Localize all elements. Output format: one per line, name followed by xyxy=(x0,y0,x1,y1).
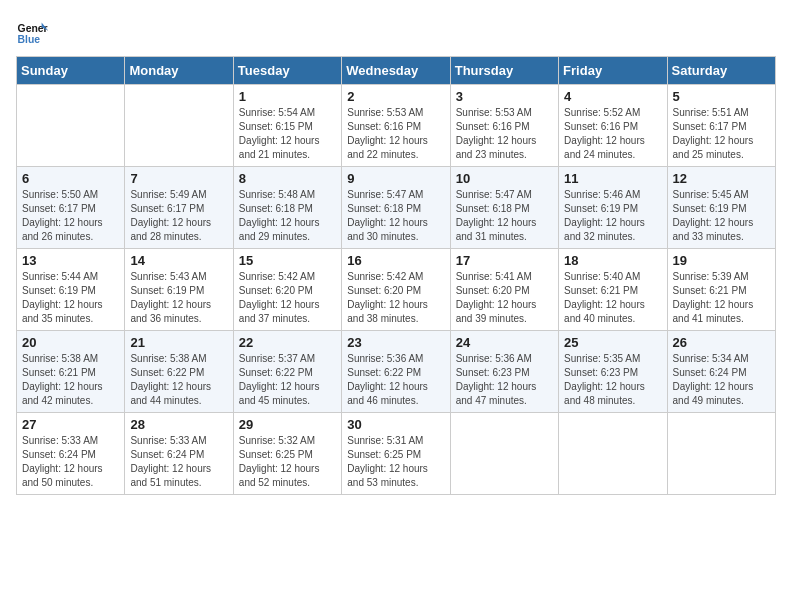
calendar-cell: 4Sunrise: 5:52 AM Sunset: 6:16 PM Daylig… xyxy=(559,85,667,167)
calendar-cell: 8Sunrise: 5:48 AM Sunset: 6:18 PM Daylig… xyxy=(233,167,341,249)
calendar-cell: 2Sunrise: 5:53 AM Sunset: 6:16 PM Daylig… xyxy=(342,85,450,167)
day-number: 4 xyxy=(564,89,661,104)
day-info: Sunrise: 5:36 AM Sunset: 6:22 PM Dayligh… xyxy=(347,352,444,408)
weekday-header-monday: Monday xyxy=(125,57,233,85)
day-info: Sunrise: 5:47 AM Sunset: 6:18 PM Dayligh… xyxy=(347,188,444,244)
day-number: 6 xyxy=(22,171,119,186)
svg-text:General: General xyxy=(18,23,48,34)
day-info: Sunrise: 5:54 AM Sunset: 6:15 PM Dayligh… xyxy=(239,106,336,162)
day-info: Sunrise: 5:37 AM Sunset: 6:22 PM Dayligh… xyxy=(239,352,336,408)
week-row-2: 6Sunrise: 5:50 AM Sunset: 6:17 PM Daylig… xyxy=(17,167,776,249)
day-info: Sunrise: 5:43 AM Sunset: 6:19 PM Dayligh… xyxy=(130,270,227,326)
week-row-1: 1Sunrise: 5:54 AM Sunset: 6:15 PM Daylig… xyxy=(17,85,776,167)
weekday-header-thursday: Thursday xyxy=(450,57,558,85)
day-info: Sunrise: 5:49 AM Sunset: 6:17 PM Dayligh… xyxy=(130,188,227,244)
day-info: Sunrise: 5:38 AM Sunset: 6:21 PM Dayligh… xyxy=(22,352,119,408)
day-number: 29 xyxy=(239,417,336,432)
day-number: 17 xyxy=(456,253,553,268)
calendar-cell: 7Sunrise: 5:49 AM Sunset: 6:17 PM Daylig… xyxy=(125,167,233,249)
day-number: 22 xyxy=(239,335,336,350)
week-row-3: 13Sunrise: 5:44 AM Sunset: 6:19 PM Dayli… xyxy=(17,249,776,331)
day-number: 3 xyxy=(456,89,553,104)
weekday-header-saturday: Saturday xyxy=(667,57,775,85)
day-info: Sunrise: 5:33 AM Sunset: 6:24 PM Dayligh… xyxy=(130,434,227,490)
calendar-cell: 1Sunrise: 5:54 AM Sunset: 6:15 PM Daylig… xyxy=(233,85,341,167)
day-number: 28 xyxy=(130,417,227,432)
day-info: Sunrise: 5:36 AM Sunset: 6:23 PM Dayligh… xyxy=(456,352,553,408)
day-info: Sunrise: 5:45 AM Sunset: 6:19 PM Dayligh… xyxy=(673,188,770,244)
calendar-cell: 18Sunrise: 5:40 AM Sunset: 6:21 PM Dayli… xyxy=(559,249,667,331)
weekday-header-wednesday: Wednesday xyxy=(342,57,450,85)
logo-icon: General Blue xyxy=(16,16,48,48)
day-number: 13 xyxy=(22,253,119,268)
day-number: 24 xyxy=(456,335,553,350)
calendar-cell xyxy=(450,413,558,495)
calendar-cell: 26Sunrise: 5:34 AM Sunset: 6:24 PM Dayli… xyxy=(667,331,775,413)
day-info: Sunrise: 5:53 AM Sunset: 6:16 PM Dayligh… xyxy=(456,106,553,162)
day-number: 12 xyxy=(673,171,770,186)
calendar-cell: 24Sunrise: 5:36 AM Sunset: 6:23 PM Dayli… xyxy=(450,331,558,413)
calendar-cell: 11Sunrise: 5:46 AM Sunset: 6:19 PM Dayli… xyxy=(559,167,667,249)
calendar-cell: 28Sunrise: 5:33 AM Sunset: 6:24 PM Dayli… xyxy=(125,413,233,495)
day-number: 11 xyxy=(564,171,661,186)
logo: General Blue xyxy=(16,16,52,48)
day-info: Sunrise: 5:44 AM Sunset: 6:19 PM Dayligh… xyxy=(22,270,119,326)
day-number: 16 xyxy=(347,253,444,268)
day-info: Sunrise: 5:35 AM Sunset: 6:23 PM Dayligh… xyxy=(564,352,661,408)
calendar-cell xyxy=(559,413,667,495)
calendar-cell: 29Sunrise: 5:32 AM Sunset: 6:25 PM Dayli… xyxy=(233,413,341,495)
day-info: Sunrise: 5:42 AM Sunset: 6:20 PM Dayligh… xyxy=(239,270,336,326)
day-number: 27 xyxy=(22,417,119,432)
day-info: Sunrise: 5:34 AM Sunset: 6:24 PM Dayligh… xyxy=(673,352,770,408)
calendar-cell: 17Sunrise: 5:41 AM Sunset: 6:20 PM Dayli… xyxy=(450,249,558,331)
day-number: 1 xyxy=(239,89,336,104)
day-info: Sunrise: 5:52 AM Sunset: 6:16 PM Dayligh… xyxy=(564,106,661,162)
day-number: 8 xyxy=(239,171,336,186)
week-row-4: 20Sunrise: 5:38 AM Sunset: 6:21 PM Dayli… xyxy=(17,331,776,413)
day-number: 15 xyxy=(239,253,336,268)
day-info: Sunrise: 5:31 AM Sunset: 6:25 PM Dayligh… xyxy=(347,434,444,490)
day-info: Sunrise: 5:47 AM Sunset: 6:18 PM Dayligh… xyxy=(456,188,553,244)
day-number: 20 xyxy=(22,335,119,350)
calendar-cell: 14Sunrise: 5:43 AM Sunset: 6:19 PM Dayli… xyxy=(125,249,233,331)
day-number: 21 xyxy=(130,335,227,350)
calendar-cell: 22Sunrise: 5:37 AM Sunset: 6:22 PM Dayli… xyxy=(233,331,341,413)
calendar-cell: 6Sunrise: 5:50 AM Sunset: 6:17 PM Daylig… xyxy=(17,167,125,249)
day-number: 18 xyxy=(564,253,661,268)
calendar-cell: 13Sunrise: 5:44 AM Sunset: 6:19 PM Dayli… xyxy=(17,249,125,331)
day-info: Sunrise: 5:41 AM Sunset: 6:20 PM Dayligh… xyxy=(456,270,553,326)
calendar-cell: 15Sunrise: 5:42 AM Sunset: 6:20 PM Dayli… xyxy=(233,249,341,331)
day-info: Sunrise: 5:33 AM Sunset: 6:24 PM Dayligh… xyxy=(22,434,119,490)
calendar-cell xyxy=(17,85,125,167)
calendar-cell: 25Sunrise: 5:35 AM Sunset: 6:23 PM Dayli… xyxy=(559,331,667,413)
calendar-cell: 3Sunrise: 5:53 AM Sunset: 6:16 PM Daylig… xyxy=(450,85,558,167)
weekday-header-sunday: Sunday xyxy=(17,57,125,85)
calendar-cell xyxy=(667,413,775,495)
calendar-cell: 21Sunrise: 5:38 AM Sunset: 6:22 PM Dayli… xyxy=(125,331,233,413)
day-number: 10 xyxy=(456,171,553,186)
calendar-cell: 5Sunrise: 5:51 AM Sunset: 6:17 PM Daylig… xyxy=(667,85,775,167)
day-number: 23 xyxy=(347,335,444,350)
calendar-cell xyxy=(125,85,233,167)
calendar-cell: 20Sunrise: 5:38 AM Sunset: 6:21 PM Dayli… xyxy=(17,331,125,413)
day-info: Sunrise: 5:40 AM Sunset: 6:21 PM Dayligh… xyxy=(564,270,661,326)
day-number: 14 xyxy=(130,253,227,268)
calendar-table: SundayMondayTuesdayWednesdayThursdayFrid… xyxy=(16,56,776,495)
day-info: Sunrise: 5:50 AM Sunset: 6:17 PM Dayligh… xyxy=(22,188,119,244)
day-number: 25 xyxy=(564,335,661,350)
day-number: 7 xyxy=(130,171,227,186)
calendar-cell: 10Sunrise: 5:47 AM Sunset: 6:18 PM Dayli… xyxy=(450,167,558,249)
day-info: Sunrise: 5:46 AM Sunset: 6:19 PM Dayligh… xyxy=(564,188,661,244)
calendar-cell: 9Sunrise: 5:47 AM Sunset: 6:18 PM Daylig… xyxy=(342,167,450,249)
day-info: Sunrise: 5:38 AM Sunset: 6:22 PM Dayligh… xyxy=(130,352,227,408)
day-info: Sunrise: 5:48 AM Sunset: 6:18 PM Dayligh… xyxy=(239,188,336,244)
day-number: 19 xyxy=(673,253,770,268)
calendar-cell: 23Sunrise: 5:36 AM Sunset: 6:22 PM Dayli… xyxy=(342,331,450,413)
calendar-cell: 12Sunrise: 5:45 AM Sunset: 6:19 PM Dayli… xyxy=(667,167,775,249)
svg-text:Blue: Blue xyxy=(18,34,41,45)
day-info: Sunrise: 5:53 AM Sunset: 6:16 PM Dayligh… xyxy=(347,106,444,162)
day-number: 9 xyxy=(347,171,444,186)
weekday-header-row: SundayMondayTuesdayWednesdayThursdayFrid… xyxy=(17,57,776,85)
day-number: 2 xyxy=(347,89,444,104)
day-info: Sunrise: 5:39 AM Sunset: 6:21 PM Dayligh… xyxy=(673,270,770,326)
